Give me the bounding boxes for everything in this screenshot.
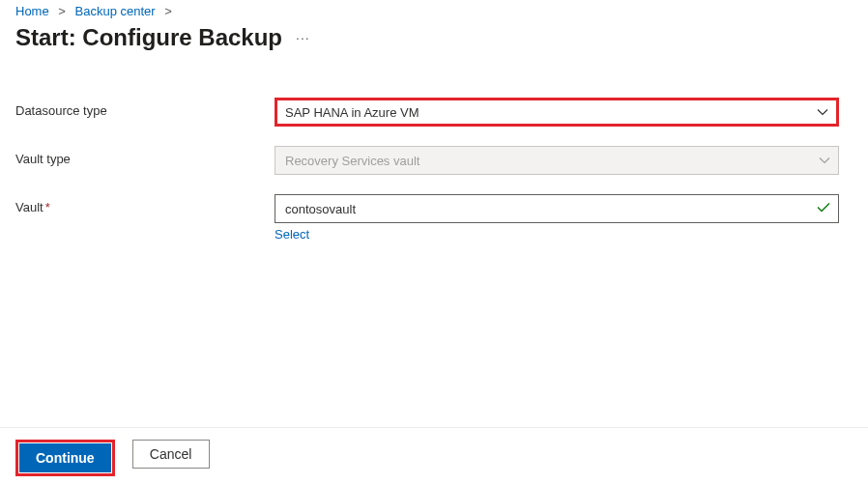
continue-button[interactable]: Continue	[19, 443, 111, 472]
footer-bar: Continue Cancel	[0, 427, 868, 484]
more-actions-button[interactable]: ···	[296, 30, 310, 45]
link-select-vault[interactable]: Select	[275, 227, 309, 242]
chevron-right-icon: >	[58, 4, 66, 18]
select-datasource-type-value: SAP HANA in Azure VM	[285, 105, 420, 120]
label-vault-type: Vault type	[15, 146, 275, 166]
label-datasource-type: Datasource type	[15, 98, 275, 118]
chevron-right-icon: >	[164, 4, 172, 18]
check-icon	[817, 202, 830, 216]
form: Datasource type SAP HANA in Azure VM Vau…	[15, 98, 853, 242]
label-vault: Vault*	[15, 194, 275, 214]
select-vault-type-value: Recovery Services vault	[285, 154, 420, 168]
select-datasource-type[interactable]: SAP HANA in Azure VM	[275, 98, 839, 127]
highlight-continue: Continue	[15, 440, 115, 476]
chevron-down-icon	[817, 108, 828, 116]
page-title: Start: Configure Backup	[15, 24, 282, 51]
input-vault[interactable]: contosovault	[275, 194, 839, 223]
input-vault-value: contosovault	[285, 202, 356, 216]
breadcrumb-home[interactable]: Home	[15, 4, 49, 18]
breadcrumb-backup-center[interactable]: Backup center	[75, 4, 156, 18]
cancel-button[interactable]: Cancel	[132, 440, 210, 469]
breadcrumb: Home > Backup center >	[15, 4, 853, 18]
required-indicator: *	[45, 200, 50, 214]
select-vault-type: Recovery Services vault	[275, 146, 839, 175]
chevron-down-icon	[819, 157, 830, 164]
